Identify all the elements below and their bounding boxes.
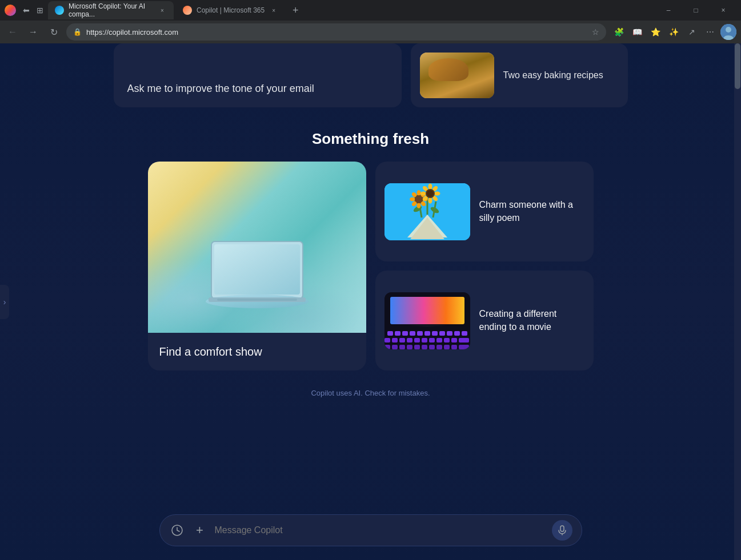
tab-bar: ⬅ ⊞ Microsoft Copilot: Your AI compa... … [0,0,741,21]
new-tab-button[interactable]: + [287,2,303,18]
svg-rect-63 [392,345,398,349]
silly-poem-card[interactable]: Charm someone with a silly poem [375,162,594,261]
svg-rect-64 [399,345,405,349]
svg-point-24 [410,197,415,201]
baking-image [420,53,494,98]
laptop-svg [177,236,337,316]
silly-poem-text: Charm someone with a silly poem [479,199,584,224]
profile-avatar[interactable] [720,24,736,40]
browser-chrome: ⬅ ⊞ Microsoft Copilot: Your AI compa... … [0,0,741,43]
svg-rect-51 [384,338,390,343]
svg-rect-7 [217,299,297,301]
address-text: https://copilot.microsoft.com [86,28,587,37]
sidebar-toggle[interactable] [0,285,9,319]
close-button[interactable]: × [710,1,736,19]
share-icon[interactable]: ↗ [684,24,700,40]
svg-rect-70 [444,345,450,349]
svg-rect-43 [410,331,415,336]
tab-history-icon[interactable]: ⬅ [21,5,32,16]
top-partial-cards: Ask me to improve the tone of your email… [114,43,628,116]
svg-rect-61 [459,338,469,343]
sunflower-scene [384,183,470,240]
svg-rect-45 [424,331,430,336]
footer-note: Copilot uses AI. Check for mistakes. [311,389,430,397]
tab-favicon-copilot [55,6,64,15]
tab-close-copilot[interactable]: × [158,6,167,15]
tab-label-365: Copilot | Microsoft 365 [197,6,265,14]
svg-rect-41 [395,331,400,336]
section-title: Something fresh [312,130,429,148]
tone-email-text: Ask me to improve the tone of your email [127,82,314,96]
lock-icon: 🔒 [73,28,82,36]
mic-button[interactable] [552,520,572,541]
svg-rect-47 [439,331,445,336]
tone-email-card[interactable]: Ask me to improve the tone of your email [114,43,402,107]
reader-mode-icon[interactable]: 📖 [629,24,645,40]
svg-rect-68 [429,345,435,349]
svg-rect-57 [429,338,435,343]
tab-close-365[interactable]: × [269,6,278,15]
scrollbar[interactable] [734,43,741,560]
window-controls: – □ × [655,1,736,19]
message-bar-wrap: + [159,514,582,546]
comfort-show-label: Find a comfort show [148,333,366,370]
forward-button[interactable]: → [25,24,41,40]
svg-rect-62 [384,345,390,349]
refresh-button[interactable]: ↻ [46,24,62,40]
svg-point-18 [416,190,420,196]
svg-point-1 [726,27,731,33]
toolbar-icons: 🧩 📖 ⭐ ✨ ↗ ⋯ [611,24,736,40]
tab-copilot-main[interactable]: Microsoft Copilot: Your AI compa... × [48,1,174,19]
scrollbar-thumb[interactable] [735,43,740,89]
laptop-scene [148,162,366,333]
svg-point-33 [420,191,426,195]
sunflower-image [384,183,470,240]
svg-rect-4 [214,244,300,295]
comfort-show-image [148,162,366,333]
svg-rect-44 [417,331,423,336]
svg-point-36 [427,190,434,197]
svg-rect-40 [387,331,393,336]
baking-recipes-card[interactable]: Two easy baking recipes [411,43,628,107]
svg-rect-60 [451,338,457,343]
comfort-show-card[interactable]: Find a comfort show [148,162,366,370]
add-icon[interactable]: + [192,522,208,538]
bread-visual [420,53,494,98]
movie-ending-card[interactable]: Creating a different ending to a movie [375,271,594,370]
svg-rect-48 [447,331,452,336]
page-content: Ask me to improve the tone of your email… [0,43,741,560]
tab-grid-icon[interactable]: ⊞ [34,5,46,16]
svg-point-31 [428,197,432,203]
back-button[interactable]: ← [5,24,21,40]
svg-rect-72 [459,345,469,349]
svg-point-22 [416,203,420,208]
browser-logo-icon [5,5,16,16]
more-options-icon[interactable]: ⋯ [702,24,718,40]
bookmark-icon[interactable]: ☆ [592,27,599,37]
favorites-icon[interactable]: ⭐ [647,24,663,40]
history-icon[interactable] [169,522,185,538]
address-input-wrap[interactable]: 🔒 https://copilot.microsoft.com ☆ [66,23,606,41]
cards-grid: Find a comfort show [148,162,594,370]
svg-rect-42 [402,331,408,336]
svg-rect-66 [414,345,420,349]
svg-rect-56 [422,338,427,343]
svg-rect-69 [436,345,442,349]
maximize-button[interactable]: □ [683,1,709,19]
svg-rect-59 [444,338,450,343]
svg-rect-52 [392,338,398,343]
svg-rect-50 [462,331,467,336]
message-input[interactable] [215,525,545,535]
svg-rect-46 [432,331,438,336]
tab-label-copilot: Microsoft Copilot: Your AI compa... [69,2,153,18]
svg-rect-53 [399,338,405,343]
svg-rect-38 [390,297,464,324]
copilot-toolbar-icon[interactable]: ✨ [666,24,682,40]
tab-copilot-365[interactable]: Copilot | Microsoft 365 × [176,1,285,19]
svg-point-29 [434,191,440,195]
baking-text: Two easy baking recipes [503,69,603,82]
extensions-icon[interactable]: 🧩 [611,24,627,40]
message-bar: + [159,514,582,546]
minimize-button[interactable]: – [655,1,682,19]
svg-rect-55 [414,338,420,343]
